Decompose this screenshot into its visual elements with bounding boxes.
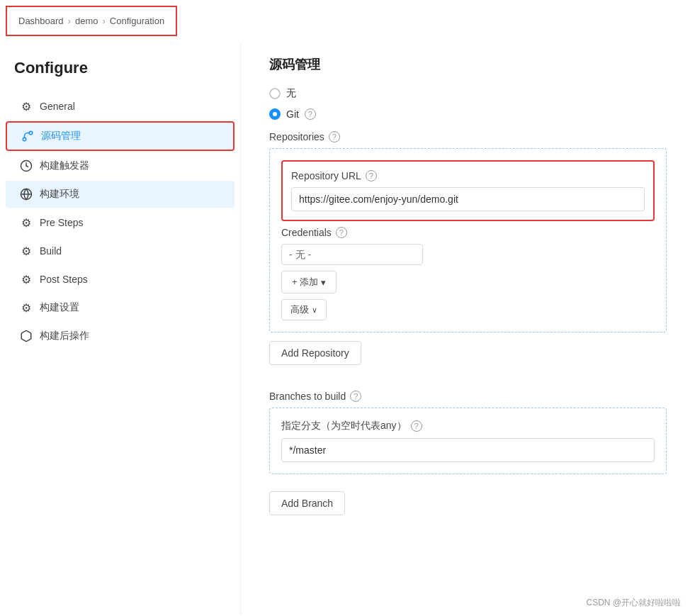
sidebar-item-trigger[interactable]: 构建触发器 (6, 152, 235, 179)
scm-radio-group: 无 Git ? (269, 87, 667, 120)
add-branch-button[interactable]: Add Branch (269, 491, 345, 515)
sidebar-item-trigger-label: 构建触发器 (40, 159, 89, 172)
git-help-icon[interactable]: ? (305, 108, 316, 120)
add-dropdown-icon: ▾ (321, 277, 326, 288)
breadcrumb-demo[interactable]: demo (75, 16, 98, 26)
sidebar-item-env[interactable]: 构建环境 (6, 181, 235, 208)
radio-git[interactable]: Git ? (269, 108, 667, 120)
add-credential-button[interactable]: + 添加 ▾ (281, 271, 337, 293)
radio-git-label: Git (286, 108, 299, 120)
breadcrumb-sep-1: › (68, 16, 71, 26)
breadcrumb-dashboard[interactable]: Dashboard (18, 16, 64, 26)
section-title: 源码管理 (269, 56, 667, 73)
breadcrumb-sep-2: › (102, 16, 105, 26)
sidebar-item-presteps-label: Pre Steps (40, 217, 83, 228)
sidebar-item-postbuild[interactable]: 构建后操作 (6, 323, 235, 349)
main-layout: Configure ⚙ General 源码管理 构建触发器 (0, 42, 695, 615)
sidebar-item-build[interactable]: ⚙ Build (6, 237, 235, 264)
build-icon: ⚙ (20, 245, 33, 257)
radio-none-label: 无 (286, 87, 296, 100)
advanced-button[interactable]: 高级 ∨ (281, 299, 327, 320)
main-content: 源码管理 无 Git ? Repositories ? (241, 42, 695, 615)
sidebar-item-env-label: 构建环境 (40, 188, 79, 201)
sidebar-item-settings[interactable]: ⚙ 构建设置 (6, 294, 235, 321)
sidebar-item-postbuild-label: 构建后操作 (40, 330, 89, 342)
radio-none-circle (269, 88, 281, 99)
repositories-section: Repositories ? Repository URL ? Credenti… (269, 131, 667, 379)
trigger-icon (20, 159, 33, 172)
sidebar-item-build-label: Build (40, 245, 62, 257)
repository-url-input[interactable] (291, 187, 645, 211)
branch-specifier-label: 指定分支（为空时代表any） ? (281, 420, 655, 432)
sidebar-item-general[interactable]: ⚙ General (6, 93, 235, 120)
add-branch-label: Add Branch (281, 498, 333, 509)
poststeps-icon: ⚙ (20, 273, 33, 286)
repository-url-label: Repository URL ? (291, 170, 645, 181)
svg-point-1 (29, 131, 33, 135)
settings-icon: ⚙ (20, 301, 33, 314)
breadcrumb-configuration[interactable]: Configuration (110, 16, 164, 26)
branch-specifier-input[interactable] (281, 438, 655, 462)
repositories-label: Repositories ? (269, 131, 667, 142)
presteps-icon: ⚙ (20, 216, 33, 229)
add-repository-button[interactable]: Add Repository (269, 341, 361, 365)
source-icon (21, 130, 34, 142)
branches-label: Branches to build ? (269, 391, 667, 402)
footer-note: CSDN @开心就好啦啦啦 (586, 597, 681, 609)
radio-git-circle (269, 108, 281, 120)
radio-none[interactable]: 无 (269, 87, 667, 100)
configure-title: Configure (0, 53, 240, 91)
add-repository-label: Add Repository (281, 347, 349, 359)
sidebar: Configure ⚙ General 源码管理 构建触发器 (0, 42, 241, 615)
postbuild-icon (20, 330, 33, 342)
branches-section: Branches to build ? 指定分支（为空时代表any） ? Add… (269, 391, 667, 515)
advanced-label: 高级 (290, 303, 309, 316)
credentials-help-icon[interactable]: ? (336, 227, 347, 238)
env-icon (20, 188, 33, 201)
repositories-help-icon[interactable]: ? (329, 131, 340, 142)
sidebar-item-source[interactable]: 源码管理 (6, 121, 235, 151)
sidebar-item-presteps[interactable]: ⚙ Pre Steps (6, 209, 235, 236)
repo-url-help-icon[interactable]: ? (366, 170, 377, 181)
chevron-down-icon: ∨ (312, 306, 317, 315)
add-credential-label: + 添加 (292, 276, 318, 289)
sidebar-item-general-label: General (40, 101, 75, 112)
branch-specifier-help-icon[interactable]: ? (411, 420, 422, 432)
credentials-label: Credentials ? (281, 227, 655, 238)
branches-dashed-box: 指定分支（为空时代表any） ? (269, 408, 667, 474)
breadcrumb: Dashboard › demo › Configuration (6, 6, 177, 36)
sidebar-item-poststeps[interactable]: ⚙ Post Steps (6, 266, 235, 293)
gear-icon: ⚙ (20, 100, 33, 113)
sidebar-item-source-label: 源码管理 (41, 130, 81, 142)
sidebar-item-poststeps-label: Post Steps (40, 274, 88, 285)
credentials-select[interactable]: - 无 - (281, 244, 423, 265)
repositories-dashed-box: Repository URL ? Credentials ? - 无 - + 添… (269, 148, 667, 332)
sidebar-item-settings-label: 构建设置 (40, 301, 79, 314)
svg-point-0 (23, 138, 26, 141)
branches-help-icon[interactable]: ? (350, 391, 361, 402)
repository-url-box: Repository URL ? (281, 160, 655, 221)
